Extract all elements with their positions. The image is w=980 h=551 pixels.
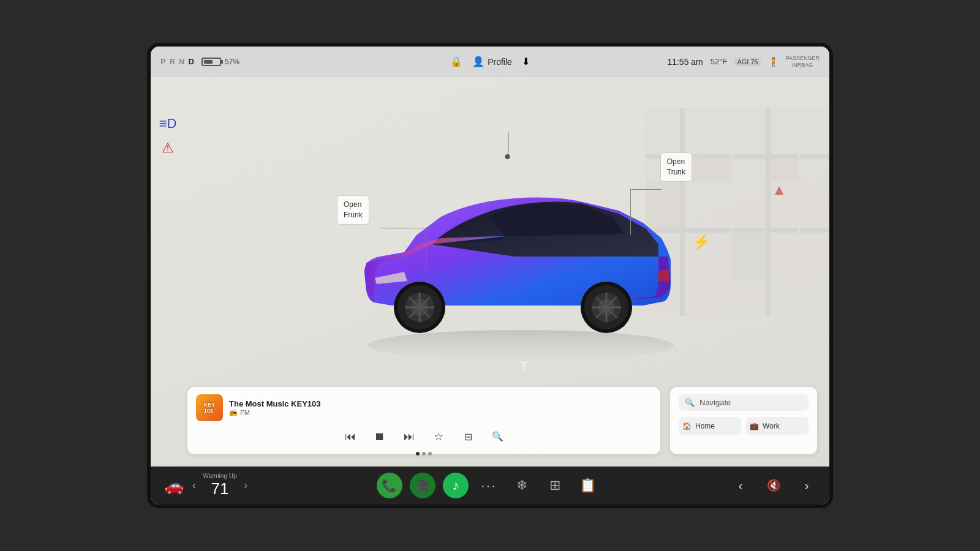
dot-2 [422, 452, 426, 455]
music-source-label: FM [240, 409, 250, 416]
dot-1 [416, 452, 420, 455]
home-shortcut-button[interactable]: 🏠 Home [679, 417, 741, 435]
open-frunk-text: OpenFrunk [344, 200, 363, 219]
temp-value: 71 [203, 479, 236, 498]
download-button[interactable]: ⬇ [522, 56, 530, 67]
car-status-button[interactable]: 🚗 [160, 472, 187, 499]
lock-icon: 🔒 [450, 56, 462, 67]
camera-icon: 🎥 [416, 479, 429, 492]
open-frunk-button[interactable]: OpenFrunk [337, 195, 369, 225]
temp-increase-button[interactable]: › [242, 478, 250, 493]
next-track-button[interactable]: ⏭ [400, 427, 418, 446]
more-apps-button[interactable]: ··· [476, 473, 502, 498]
radio-logo: KEY103 [196, 394, 223, 421]
prnd-p[interactable]: P [160, 57, 166, 66]
music-info: The Most Music KEY103 📻 FM [229, 399, 652, 416]
nav-search-bar[interactable]: 🔍 Navigate [679, 394, 809, 411]
nav-search-icon: 🔍 [685, 398, 695, 407]
phone-button[interactable]: 📞 [377, 473, 402, 498]
home-shortcut-label: Home [695, 422, 715, 430]
cards-button[interactable]: ⊞ [542, 473, 568, 498]
fan-button[interactable]: ❄ [509, 473, 535, 498]
alert-icon[interactable]: ⚠ [158, 138, 178, 158]
contacts-button[interactable]: 📋 [575, 473, 601, 498]
music-source-icon: 📻 [229, 408, 238, 416]
bottom-panels: KEY103 The Most Music KEY103 📻 FM ⏮ ⏹ ⏭ … [187, 387, 817, 454]
left-sidebar: ≡D ⚠ [158, 114, 178, 158]
battery-fill [204, 60, 213, 64]
profile-icon: 👤 [472, 56, 484, 67]
spotify-icon: ♪ [452, 478, 459, 493]
download-icon: ⬇ [522, 56, 530, 67]
nav-placeholder: Navigate [699, 398, 731, 407]
profile-label: Profile [488, 57, 512, 67]
trunk-connector-v [630, 189, 631, 235]
temperature-display: 52°F [710, 57, 728, 66]
dots-row [196, 452, 652, 455]
music-search-button[interactable]: 🔍 [488, 427, 507, 446]
volume-prev-button[interactable]: ‹ [728, 473, 753, 498]
lock-icon-wrap[interactable]: 🔒 [450, 56, 462, 67]
lights-icon[interactable]: ≡D [158, 114, 178, 133]
music-top-row: KEY103 The Most Music KEY103 📻 FM [196, 394, 652, 421]
favorite-button[interactable]: ☆ [429, 427, 448, 446]
stop-button[interactable]: ⏹ [371, 427, 389, 446]
prnd-d[interactable]: D [188, 57, 194, 66]
temperature-control: ‹ Warming Up 71 › [190, 473, 250, 498]
frunk-connector-v [426, 228, 426, 271]
passenger-airbag-badge: PASSENGERAIRBAG [786, 55, 820, 69]
time-display: 11:55 am [667, 57, 703, 67]
battery-percent: 57% [225, 58, 239, 66]
prnd-selector[interactable]: P R N D [160, 57, 194, 66]
svg-point-12 [368, 330, 674, 361]
phone-icon: 📞 [382, 478, 397, 493]
open-trunk-text: OpenTrunk [667, 157, 685, 176]
volume-mute-button[interactable]: 🔇 [761, 473, 786, 498]
taskbar-left: 🚗 ‹ Warming Up 71 › [160, 472, 250, 499]
music-source: 📻 FM [229, 408, 652, 416]
warming-label: Warming Up [203, 473, 236, 479]
spotify-button[interactable]: ♪ [443, 473, 469, 498]
work-shortcut-label: Work [763, 422, 780, 430]
temp-decrease-button[interactable]: ‹ [190, 478, 198, 493]
svg-text:T: T [521, 360, 527, 370]
battery-indicator: 57% [202, 58, 239, 66]
camera-button[interactable]: 🎥 [410, 473, 435, 498]
taskbar-right: ‹ 🔇 › [728, 473, 820, 498]
prev-track-button[interactable]: ⏮ [341, 427, 360, 446]
top-bar-right: 11:55 am 52°F AGI 75 🧍 PASSENGERAIRBAG [667, 55, 820, 69]
music-controls: ⏮ ⏹ ⏭ ☆ ⊟ 🔍 [196, 426, 652, 446]
car-visual-wrapper: OpenFrunk OpenTrunk [318, 137, 698, 370]
work-shortcut-button[interactable]: 💼 Work [746, 417, 809, 435]
nav-shortcuts: 🏠 Home 💼 Work [679, 417, 809, 435]
charging-bolt-icon: ⚡ [692, 233, 710, 250]
equalizer-button[interactable]: ⊟ [459, 427, 477, 446]
taskbar-center: 📞 🎥 ♪ ··· ❄ ⊞ 📋 [250, 473, 728, 498]
battery-icon [202, 58, 221, 66]
music-panel: KEY103 The Most Music KEY103 📻 FM ⏮ ⏹ ⏭ … [187, 387, 660, 454]
tesla-screen: P R N D 57% 🔒 👤 Profile ⬇ 11:55 am [147, 43, 833, 508]
top-bar-center: 🔒 👤 Profile ⬇ [450, 56, 530, 67]
prnd-r[interactable]: R [170, 57, 175, 66]
work-shortcut-icon: 💼 [750, 422, 759, 430]
top-bar: P R N D 57% 🔒 👤 Profile ⬇ 11:55 am [151, 47, 829, 77]
taskbar: 🚗 ‹ Warming Up 71 › 📞 🎥 ♪ ··· ❄ ⊞ [151, 467, 829, 504]
volume-next-button[interactable]: › [794, 473, 820, 498]
prnd-n[interactable]: N [179, 57, 184, 66]
door-open-indicator [507, 132, 510, 159]
navigation-panel: 🔍 Navigate 🏠 Home 💼 Work [670, 387, 817, 454]
profile-button[interactable]: 👤 Profile [472, 56, 512, 67]
car-svg: T [318, 137, 698, 370]
main-content: ≡D ⚠ ▲ [151, 77, 829, 467]
passenger-airbag-icon: 🧍 [768, 57, 778, 67]
frunk-connector-h [380, 228, 426, 228]
agi-badge: AGI 75 [734, 58, 760, 66]
home-shortcut-icon: 🏠 [682, 422, 692, 430]
open-trunk-button[interactable]: OpenTrunk [660, 152, 692, 182]
dot-3 [428, 452, 432, 455]
temp-value-wrap: Warming Up 71 [203, 473, 236, 498]
music-title: The Most Music KEY103 [229, 399, 652, 408]
trunk-connector-h [630, 189, 662, 190]
car-container: OpenFrunk OpenTrunk [187, 89, 829, 418]
